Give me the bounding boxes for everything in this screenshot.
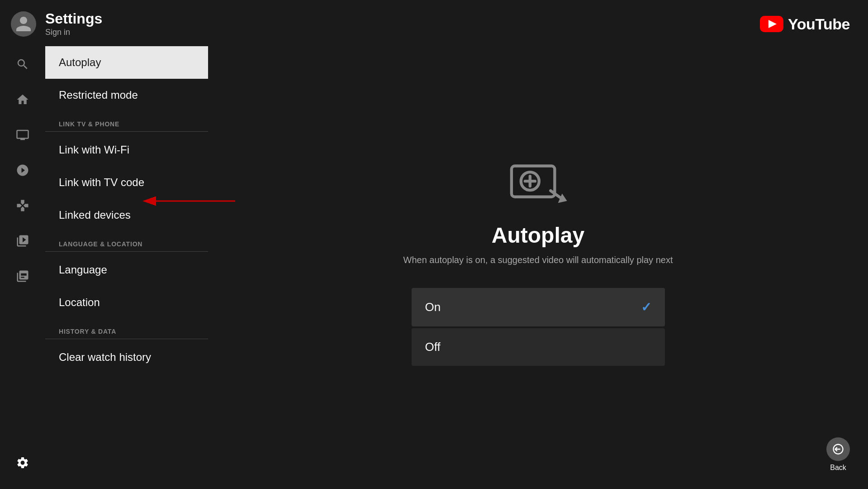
avatar[interactable]	[11, 11, 36, 37]
autoplay-icon	[509, 164, 568, 209]
youtube-logo: YouTube	[760, 15, 850, 33]
sidebar-item-tv[interactable]	[9, 121, 36, 149]
checkmark-on: ✓	[641, 300, 651, 315]
option-on-label: On	[425, 300, 441, 314]
content-description: When autoplay is on, a suggested video w…	[403, 255, 673, 265]
youtube-text: YouTube	[788, 15, 850, 33]
option-off[interactable]: Off	[412, 328, 665, 366]
menu-item-location[interactable]: Location	[45, 286, 208, 319]
sidebar-item-library[interactable]	[9, 263, 36, 290]
section-history-data: HISTORY & DATA	[45, 319, 208, 339]
header-left: Settings Sign in	[11, 11, 102, 37]
back-button[interactable]: Back	[826, 437, 850, 472]
menu-item-restricted-mode[interactable]: Restricted mode	[45, 79, 208, 111]
sidebar-item-subscriptions[interactable]	[9, 227, 36, 254]
menu-item-language[interactable]: Language	[45, 254, 208, 286]
settings-menu: Autoplay Restricted mode LINK TV & PHONE…	[45, 46, 208, 485]
menu-item-autoplay[interactable]: Autoplay	[45, 46, 208, 79]
header-title-section: Settings Sign in	[45, 11, 102, 37]
sidebar-item-play[interactable]	[9, 157, 36, 184]
sidebar-item-search[interactable]	[9, 51, 36, 78]
menu-item-linked-devices[interactable]: Linked devices	[45, 199, 208, 231]
section-language-location: LANGUAGE & LOCATION	[45, 231, 208, 252]
content-area: Autoplay When autoplay is on, a suggeste…	[208, 46, 868, 485]
header: Settings Sign in YouTube	[0, 0, 868, 46]
sidebar-icons	[0, 46, 45, 485]
option-off-label: Off	[425, 340, 441, 354]
main-container: Autoplay Restricted mode LINK TV & PHONE…	[0, 46, 868, 485]
sidebar-item-gaming[interactable]	[9, 192, 36, 219]
back-circle-icon	[826, 437, 850, 461]
sign-in-text[interactable]: Sign in	[45, 28, 102, 37]
sidebar-item-settings[interactable]	[9, 449, 36, 476]
section-link-tv-phone: LINK TV & PHONE	[45, 111, 208, 132]
back-label: Back	[830, 464, 846, 472]
menu-item-clear-watch-history[interactable]: Clear watch history	[45, 341, 208, 374]
sidebar-item-home[interactable]	[9, 86, 36, 113]
youtube-icon	[760, 16, 783, 32]
option-on[interactable]: On ✓	[412, 288, 665, 326]
content-title: Autoplay	[492, 223, 584, 248]
page-title: Settings	[45, 11, 102, 27]
menu-item-link-wifi[interactable]: Link with Wi-Fi	[45, 134, 208, 166]
menu-item-link-tv-code[interactable]: Link with TV code	[45, 166, 208, 199]
option-list: On ✓ Off	[412, 288, 665, 368]
